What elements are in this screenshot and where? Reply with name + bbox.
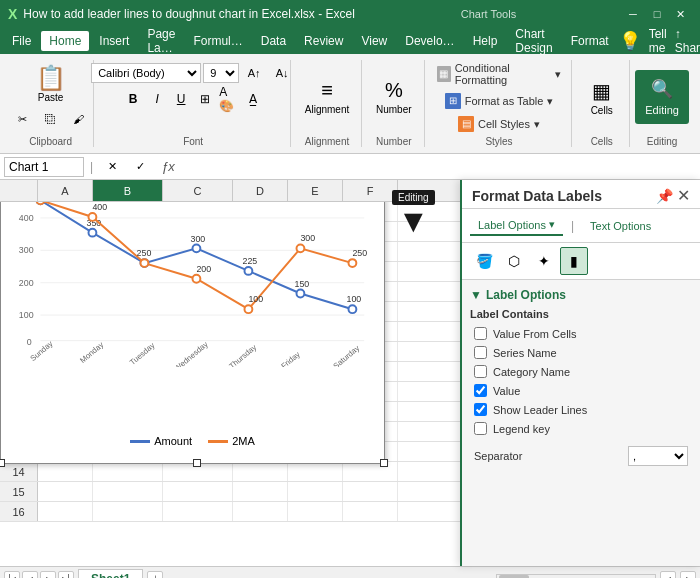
checkbox-category-name[interactable]: [474, 365, 487, 378]
menu-format[interactable]: Format: [563, 31, 617, 51]
format-painter-button[interactable]: 🖌: [66, 106, 92, 132]
editing-button[interactable]: 🔍 Editing: [635, 70, 689, 124]
fdl-body: ▼ Label Options Label Contains Value Fro…: [462, 280, 700, 566]
menu-data[interactable]: Data: [253, 31, 294, 51]
increase-font-button[interactable]: A↑: [241, 60, 267, 86]
window-controls[interactable]: ─ □ ✕: [622, 3, 692, 25]
sheet-tabs: |◂ ◂ ▸ ▸| Sheet1 + ◂ ▸: [0, 566, 700, 578]
col-header-c[interactable]: C: [163, 180, 233, 201]
legend-2ma-label: 2MA: [232, 435, 255, 447]
fill-color-button[interactable]: A🎨: [218, 88, 240, 110]
underline-button[interactable]: U: [170, 88, 192, 110]
fdl-tabs: Label Options ▾ | Text Options: [462, 209, 700, 243]
cut-button[interactable]: ✂: [10, 106, 36, 132]
enter-formula-button[interactable]: ✓: [127, 154, 153, 180]
fdl-checkbox-series-name[interactable]: Series Name: [470, 343, 692, 362]
fdl-checkbox-category-name[interactable]: Category Name: [470, 362, 692, 381]
chart-handle-br[interactable]: [380, 459, 388, 467]
fdl-close-button[interactable]: ✕: [677, 188, 690, 204]
checkbox-value-from-cells[interactable]: [474, 327, 487, 340]
fdl-separator-select[interactable]: ,: [628, 446, 688, 466]
menu-home[interactable]: Home: [41, 31, 89, 51]
name-box[interactable]: Chart 1: [4, 157, 84, 177]
col-header-d[interactable]: D: [233, 180, 288, 201]
col-header-a[interactable]: A: [38, 180, 93, 201]
styles-group: ▦ Conditional Formatting ▾ ⊞ Format as T…: [427, 60, 573, 147]
checkbox-legend-key[interactable]: [474, 422, 487, 435]
menu-formulas[interactable]: Formul…: [185, 31, 250, 51]
menu-help[interactable]: Help: [465, 31, 506, 51]
tell-me-label[interactable]: Tell me: [649, 27, 667, 55]
paste-button[interactable]: 📋 Paste: [30, 62, 72, 104]
sheet-nav-last[interactable]: ▸|: [58, 571, 74, 579]
fdl-icon-buttons: 🪣 ⬡ ✦ ▮: [462, 243, 700, 280]
chart-handle-bl[interactable]: [0, 459, 5, 467]
fdl-icon-fill[interactable]: 🪣: [470, 247, 498, 275]
decrease-font-button[interactable]: A↓: [269, 60, 295, 86]
cells-button[interactable]: ▦ Cells: [578, 70, 626, 124]
fdl-checkbox-legend-key[interactable]: Legend key: [470, 419, 692, 438]
fdl-title: Format Data Labels: [472, 188, 602, 204]
fdl-checkbox-value-from-cells[interactable]: Value From Cells: [470, 324, 692, 343]
alignment-button[interactable]: ≡ Alignment: [296, 70, 358, 124]
menu-insert[interactable]: Insert: [91, 31, 137, 51]
fdl-tab-text-options[interactable]: Text Options: [582, 217, 659, 235]
format-as-table-button[interactable]: ⊞ Format as Table ▾: [441, 91, 558, 111]
border-button[interactable]: ⊞: [194, 88, 216, 110]
close-button[interactable]: ✕: [670, 3, 692, 25]
add-sheet-button[interactable]: +: [147, 571, 163, 579]
font-size-select[interactable]: 9: [203, 63, 239, 83]
lightbulb-icon[interactable]: 💡: [619, 30, 641, 52]
svg-text:400: 400: [19, 213, 34, 223]
fdl-tab-label-options[interactable]: Label Options ▾: [470, 215, 563, 236]
maximize-button[interactable]: □: [646, 3, 668, 25]
number-button[interactable]: % Number: [367, 70, 421, 124]
chart-handle-bm[interactable]: [193, 459, 201, 467]
styles-content: ▦ Conditional Formatting ▾ ⊞ Format as T…: [433, 60, 566, 134]
sheet-nav-first[interactable]: |◂: [4, 571, 20, 579]
cancel-formula-button[interactable]: ✕: [99, 154, 125, 180]
scroll-right[interactable]: ▸: [680, 571, 696, 579]
fdl-section-header[interactable]: ▼ Label Options: [470, 288, 692, 302]
col-header-b[interactable]: B: [93, 180, 163, 201]
conditional-formatting-arrow: ▾: [555, 68, 561, 81]
sheet-tab-sheet1[interactable]: Sheet1: [78, 569, 143, 578]
copy-button[interactable]: ⿻: [38, 106, 64, 132]
menu-developer[interactable]: Develo…: [397, 31, 462, 51]
fdl-icon-border[interactable]: ⬡: [500, 247, 528, 275]
menu-chart-design[interactable]: Chart Design: [507, 24, 560, 58]
chart-container[interactable]: Chart Title 500 400 300 200 100 0: [0, 202, 385, 464]
fdl-icon-effects[interactable]: ✦: [530, 247, 558, 275]
h-scrollbar[interactable]: [496, 574, 656, 579]
alignment-icon: ≡: [321, 79, 333, 102]
menu-file[interactable]: File: [4, 31, 39, 51]
checkbox-series-name[interactable]: [474, 346, 487, 359]
italic-button[interactable]: I: [146, 88, 168, 110]
fdl-icon-label-options[interactable]: ▮: [560, 247, 588, 275]
col-header-e[interactable]: E: [288, 180, 343, 201]
fdl-tab-text-options-text: Text Options: [590, 220, 651, 232]
svg-text:0: 0: [27, 337, 32, 347]
bold-button[interactable]: B: [122, 88, 144, 110]
conditional-formatting-button[interactable]: ▦ Conditional Formatting ▾: [433, 60, 566, 88]
scroll-left[interactable]: ◂: [660, 571, 676, 579]
font-color-button[interactable]: A̲: [242, 88, 264, 110]
sheet-nav-prev[interactable]: ◂: [22, 571, 38, 579]
fdl-pin-icon[interactable]: 📌: [656, 188, 673, 204]
cell-styles-button[interactable]: ▤ Cell Styles ▾: [454, 114, 544, 134]
col-header-f[interactable]: F: [343, 180, 398, 201]
menu-page-layout[interactable]: Page La…: [139, 24, 183, 58]
menu-review[interactable]: Review: [296, 31, 351, 51]
menu-view[interactable]: View: [353, 31, 395, 51]
alignment-label: Alignment: [305, 104, 349, 115]
fdl-checkbox-show-leader-lines[interactable]: Show Leader Lines: [470, 400, 692, 419]
minimize-button[interactable]: ─: [622, 3, 644, 25]
fdl-checkbox-value[interactable]: Value: [470, 381, 692, 400]
font-format-row: B I U ⊞ A🎨 A̲: [122, 88, 264, 110]
checkbox-value[interactable]: [474, 384, 487, 397]
font-name-select[interactable]: Calibri (Body): [91, 63, 201, 83]
share-label[interactable]: ↑ Share: [675, 27, 700, 55]
svg-point-26: [37, 202, 45, 204]
sheet-nav-next[interactable]: ▸: [40, 571, 56, 579]
checkbox-show-leader-lines[interactable]: [474, 403, 487, 416]
